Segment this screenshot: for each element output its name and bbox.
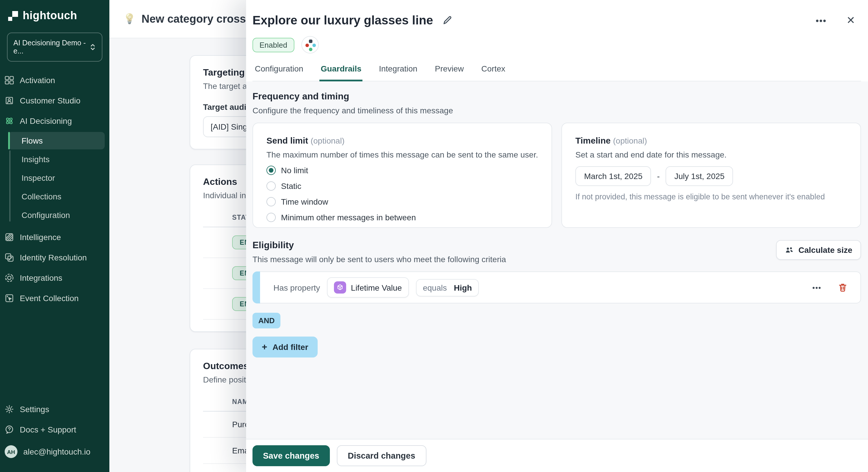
more-menu-button[interactable]: ••• <box>813 13 829 28</box>
close-icon: ✕ <box>846 14 855 27</box>
customer-studio-icon <box>5 96 14 105</box>
more-horizontal-icon: ••• <box>812 283 822 292</box>
sidebar: hightouch AI Decisioning Demo - e... Act… <box>0 0 110 472</box>
radio-icon[interactable] <box>267 181 276 191</box>
filter-group-stripe <box>252 271 260 303</box>
add-filter-button[interactable]: + Add filter <box>252 337 318 358</box>
radio-label: Time window <box>281 197 328 206</box>
timeline-helper-text: If not provided, this message is eligibl… <box>576 193 847 201</box>
eligibility-description: This message will only be sent to users … <box>252 255 506 264</box>
filter-condition: Has property <box>273 283 320 292</box>
discard-changes-button[interactable]: Discard changes <box>337 445 426 466</box>
delete-filter-button[interactable] <box>835 280 850 295</box>
property-chip[interactable]: Lifetime Value <box>327 277 409 298</box>
ai-decisioning-subnav: Flows Insights Inspector Collections Con… <box>0 132 110 224</box>
sidebar-item-ai-decisioning[interactable]: AI Decisioning <box>0 111 110 131</box>
message-drawer: Explore our luxury glasses line ••• ✕ En… <box>246 0 868 472</box>
sidebar-item-configuration[interactable]: Configuration <box>8 206 105 224</box>
radio-time-window[interactable]: Time window <box>267 197 538 206</box>
radio-label: Minimum other messages in between <box>281 213 416 222</box>
filter-more-button[interactable]: ••• <box>810 281 824 294</box>
timeline-label: Timeline <box>576 135 611 145</box>
sidebar-item-label: Intelligence <box>20 233 61 242</box>
status-badge: Enabled <box>252 37 294 52</box>
integration-dots-icon[interactable] <box>301 36 318 54</box>
sub-item-label: Inspector <box>22 173 55 182</box>
sidebar-item-settings[interactable]: Settings <box>0 399 110 419</box>
send-limit-panel: Send limit (optional) The maximum number… <box>252 123 552 228</box>
avatar: AH <box>5 445 18 458</box>
sidebar-item-activation[interactable]: Activation <box>0 70 110 90</box>
sidebar-item-collections[interactable]: Collections <box>8 188 105 205</box>
logo-text: hightouch <box>23 9 77 22</box>
end-date-button[interactable]: July 1st, 2025 <box>665 166 733 186</box>
send-limit-description: The maximum number of times this message… <box>267 150 538 159</box>
sidebar-item-docs-support[interactable]: Docs + Support <box>0 420 110 439</box>
radio-minimum-other-messages[interactable]: Minimum other messages in between <box>267 213 538 222</box>
sidebar-item-intelligence[interactable]: Intelligence <box>0 227 110 247</box>
operator-label: equals <box>423 283 447 292</box>
sub-item-label: Collections <box>22 192 61 201</box>
more-horizontal-icon: ••• <box>816 15 827 25</box>
edit-title-button[interactable] <box>440 13 455 28</box>
pencil-icon <box>442 15 452 25</box>
tab-preview[interactable]: Preview <box>434 62 465 81</box>
sub-item-label: Flows <box>22 136 43 145</box>
activation-icon <box>5 75 14 85</box>
radio-label: No limit <box>281 166 308 175</box>
radio-icon[interactable] <box>267 213 276 222</box>
sidebar-item-insights[interactable]: Insights <box>8 150 105 168</box>
gear-icon <box>5 405 14 414</box>
plus-icon: + <box>262 342 267 352</box>
sub-item-label: Insights <box>22 155 50 164</box>
trash-icon <box>838 282 848 292</box>
sidebar-item-label: AI Decisioning <box>20 116 72 126</box>
timeline-optional: (optional) <box>613 136 647 145</box>
tab-integration[interactable]: Integration <box>378 62 418 81</box>
workspace-selector[interactable]: AI Decisioning Demo - e... <box>7 33 102 62</box>
sidebar-item-label: Event Collection <box>20 294 79 303</box>
sidebar-item-flows[interactable]: Flows <box>8 132 105 149</box>
help-bubble-icon <box>5 425 14 434</box>
sidebar-item-label: Activation <box>20 75 55 85</box>
identity-resolution-icon <box>5 253 14 262</box>
integrations-icon <box>5 273 14 282</box>
operator-value: High <box>454 283 472 292</box>
sidebar-item-customer-studio[interactable]: Customer Studio <box>0 91 110 110</box>
people-icon <box>785 245 794 254</box>
user-account-item[interactable]: AH alec@hightouch.io <box>0 440 110 463</box>
radio-static[interactable]: Static <box>267 181 538 191</box>
drawer-footer: Save changes Discard changes <box>246 439 868 472</box>
app-root: 💡 New category cross sell Targeting The … <box>0 0 868 472</box>
sidebar-item-integrations[interactable]: Integrations <box>0 268 110 288</box>
sidebar-item-label: Integrations <box>20 273 62 282</box>
radio-label: Static <box>281 181 301 191</box>
tab-cortex[interactable]: Cortex <box>480 62 506 81</box>
ai-decisioning-icon <box>5 116 14 126</box>
radio-icon[interactable] <box>267 197 276 206</box>
eligibility-heading: Eligibility <box>252 240 506 250</box>
event-collection-icon <box>5 294 14 303</box>
close-drawer-button[interactable]: ✕ <box>844 12 858 29</box>
tab-configuration[interactable]: Configuration <box>254 62 305 81</box>
send-limit-label: Send limit <box>267 135 308 145</box>
sidebar-item-label: Identity Resolution <box>20 253 87 262</box>
save-changes-button[interactable]: Save changes <box>252 445 330 466</box>
timeline-panel: Timeline (optional) Set a start and end … <box>561 123 861 228</box>
user-email: alec@hightouch.io <box>23 447 90 456</box>
tab-guardrails[interactable]: Guardrails <box>320 62 363 81</box>
sidebar-item-identity-resolution[interactable]: Identity Resolution <box>0 248 110 267</box>
and-connector-badge: AND <box>252 313 280 329</box>
timeline-description: Set a start and end date for this messag… <box>576 150 847 159</box>
sidebar-item-label: Settings <box>20 405 49 414</box>
sidebar-item-label: Customer Studio <box>20 96 81 105</box>
start-date-button[interactable]: March 1st, 2025 <box>576 166 651 186</box>
calculate-size-button[interactable]: Calculate size <box>776 240 861 260</box>
operator-chip[interactable]: equalsHigh <box>416 279 479 296</box>
sidebar-item-inspector[interactable]: Inspector <box>8 169 105 187</box>
hightouch-logo[interactable]: hightouch <box>0 0 110 28</box>
drawer-header: Explore our luxury glasses line ••• ✕ En… <box>246 0 868 81</box>
radio-selected-icon[interactable] <box>267 166 276 175</box>
sidebar-item-event-collection[interactable]: Event Collection <box>0 288 110 308</box>
radio-no-limit[interactable]: No limit <box>267 166 538 175</box>
